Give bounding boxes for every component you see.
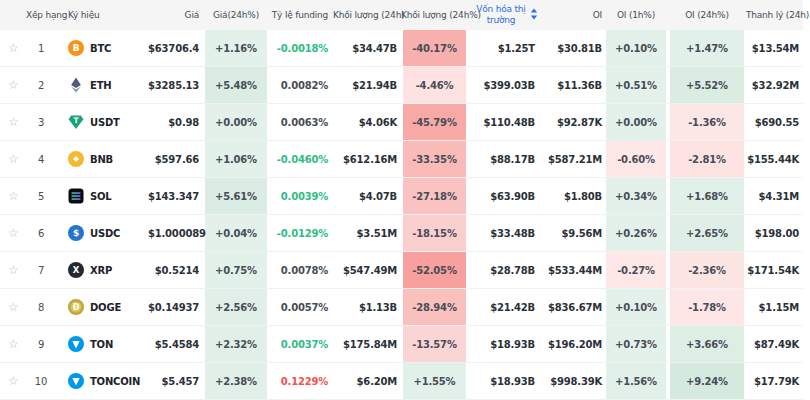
usdc-coin-icon: $	[68, 225, 84, 241]
col-header-rank[interactable]: Xếp hạng	[26, 0, 56, 30]
oi-cell: $533.44M	[538, 252, 604, 289]
symbol-label: ETH	[90, 80, 111, 91]
ton-coin-icon	[68, 336, 84, 352]
favorite-star-icon[interactable]: ☆	[8, 153, 19, 165]
oi-1h-cell: +0.26%	[604, 215, 668, 252]
rank-cell: 2	[26, 67, 56, 104]
favorite-star-icon[interactable]: ☆	[8, 264, 19, 276]
table-row[interactable]: ☆ 5 SOL $143.347 +5.61% 0.0039% $4.07B -…	[0, 178, 803, 215]
price-cell: $143.347	[148, 178, 203, 215]
xrp-coin-icon: X	[68, 262, 84, 278]
oi-24h-cell: -1.78%	[668, 289, 746, 326]
favorite-star-icon[interactable]: ☆	[8, 227, 19, 239]
favorite-star-icon[interactable]: ☆	[8, 375, 19, 387]
oi-cell: $92.87K	[538, 104, 604, 141]
marketcap-cell: $88.17B	[468, 141, 538, 178]
col-header-price-change[interactable]: Giá(24h%)	[203, 0, 269, 30]
funding-rate-cell: -0.0129%	[269, 215, 333, 252]
symbol-label: XRP	[90, 265, 112, 276]
volume-change-cell: -18.15%	[401, 215, 468, 252]
table-row[interactable]: ☆ 7 X XRP $0.5214 +0.75% 0.0078% $547.49…	[0, 252, 803, 289]
toncoin-coin-icon	[68, 373, 84, 389]
oi-1h-cell: +0.10%	[604, 30, 668, 67]
volume-change-cell: -40.17%	[401, 30, 468, 67]
col-header-oi[interactable]: OI	[538, 0, 604, 30]
price-change-cell: +5.48%	[203, 67, 269, 104]
svg-text:Ð: Ð	[73, 303, 80, 312]
funding-rate-cell: 0.0039%	[269, 178, 333, 215]
liquidation-cell: $155.44K	[746, 141, 803, 178]
rank-cell: 1	[26, 30, 56, 67]
volume-change-cell: -33.35%	[401, 141, 468, 178]
favorite-star-icon[interactable]: ☆	[8, 338, 19, 350]
rank-cell: 9	[26, 326, 56, 363]
price-cell: $63706.4	[148, 30, 203, 67]
table-row[interactable]: ☆ 8 Ð DOGE $0.14937 +2.56% 0.0057% $1.13…	[0, 289, 803, 326]
table-row[interactable]: ☆ 1 B BTC $63706.4 +1.16% -0.0018% $34.4…	[0, 30, 803, 67]
volume-change-cell: +1.55%	[401, 363, 468, 400]
volume-change-cell: -13.57%	[401, 326, 468, 363]
volume-cell: $547.49M	[333, 252, 401, 289]
oi-24h-cell: +5.52%	[668, 67, 746, 104]
table-row[interactable]: ☆ 9 TON $5.4584 +2.32% 0.0037% $175.84M …	[0, 326, 803, 363]
svg-text:B: B	[73, 43, 80, 53]
oi-1h-cell: +1.56%	[604, 363, 668, 400]
price-cell: $5.4584	[148, 326, 203, 363]
funding-rate-cell: 0.0063%	[269, 104, 333, 141]
col-header-funding[interactable]: Tỷ lệ funding	[269, 0, 333, 30]
symbol-label: BTC	[90, 43, 111, 54]
sort-arrows-icon	[530, 8, 538, 22]
liquidation-cell: $4.31M	[746, 178, 803, 215]
col-header-oi-24h[interactable]: OI (24h%)	[668, 0, 746, 30]
liquidation-cell: $1.15M	[746, 289, 803, 326]
funding-rate-cell: 0.0082%	[269, 67, 333, 104]
price-cell: $0.5214	[148, 252, 203, 289]
price-change-cell: +2.56%	[203, 289, 269, 326]
rank-cell: 10	[26, 363, 56, 400]
col-header-volume[interactable]: Khối lượng (24h)	[333, 0, 401, 30]
favorite-star-icon[interactable]: ☆	[8, 116, 19, 128]
oi-cell: $998.39K	[538, 363, 604, 400]
volume-change-cell: -27.18%	[401, 178, 468, 215]
price-cell: $3285.13	[148, 67, 203, 104]
table-row[interactable]: ☆ 10 TONCOIN $5.457 +2.38% 0.1229% $6.20…	[0, 363, 803, 400]
favorite-star-icon[interactable]: ☆	[8, 79, 19, 91]
oi-cell: $1.80B	[538, 178, 604, 215]
table-row[interactable]: ☆ 6 $ USDC $1.000089 +0.04% -0.0129% $3.…	[0, 215, 803, 252]
col-header-price[interactable]: Giá	[148, 0, 203, 30]
funding-rate-cell: 0.0057%	[269, 289, 333, 326]
favorite-star-icon[interactable]: ☆	[8, 301, 19, 313]
favorite-star-icon[interactable]: ☆	[8, 42, 19, 54]
liquidation-cell: $198.00	[746, 215, 803, 252]
oi-1h-cell: +0.10%	[604, 289, 668, 326]
price-change-cell: +0.00%	[203, 104, 269, 141]
volume-cell: $612.16M	[333, 141, 401, 178]
col-header-volume-change[interactable]: Khối lượng (24h%)	[401, 0, 468, 30]
oi-24h-cell: +1.68%	[668, 178, 746, 215]
col-header-marketcap[interactable]: Vốn hóa thị trường	[468, 0, 538, 30]
col-header-symbol[interactable]: Ký hiệu	[56, 0, 148, 30]
header-star-spacer	[0, 0, 26, 30]
oi-24h-cell: +1.47%	[668, 30, 746, 67]
oi-1h-cell: +0.73%	[604, 326, 668, 363]
symbol-label: USDC	[90, 228, 120, 239]
liquidation-cell: $32.92M	[746, 67, 803, 104]
oi-24h-cell: -1.36%	[668, 104, 746, 141]
table-row[interactable]: ☆ 3 T USDT $0.98 +0.00% 0.0063% $4.06K -…	[0, 104, 803, 141]
doge-coin-icon: Ð	[68, 299, 84, 315]
symbol-label: TON	[90, 339, 113, 350]
col-header-oi-1h[interactable]: OI (1h%)	[604, 0, 668, 30]
eth-coin-icon	[68, 77, 84, 93]
col-header-liquidation[interactable]: Thanh lý (24h)	[746, 0, 803, 30]
funding-rate-cell: 0.0078%	[269, 252, 333, 289]
price-change-cell: +2.38%	[203, 363, 269, 400]
table-row[interactable]: ☆ 2 ETH $3285.13 +5.48% 0.0082% $21.94B …	[0, 67, 803, 104]
volume-cell: $175.84M	[333, 326, 401, 363]
symbol-label: SOL	[90, 191, 111, 202]
usdt-coin-icon: T	[68, 114, 84, 130]
oi-1h-cell: -0.60%	[604, 141, 668, 178]
rank-cell: 7	[26, 252, 56, 289]
table-row[interactable]: ☆ 4 BNB $597.66 +1.06% -0.0460% $612.16M…	[0, 141, 803, 178]
favorite-star-icon[interactable]: ☆	[8, 190, 19, 202]
marketcap-cell: $33.48B	[468, 215, 538, 252]
